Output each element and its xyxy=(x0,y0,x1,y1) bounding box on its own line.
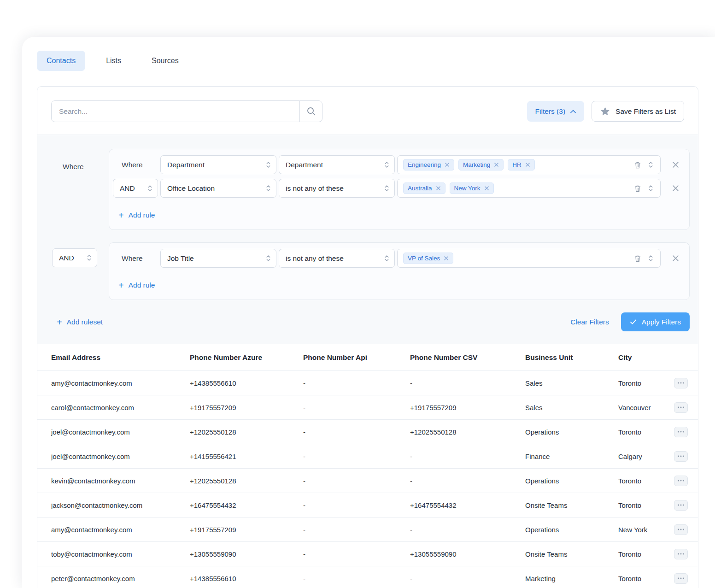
filter-rule: WhereDepartmentDepartmentEngineeringMark… xyxy=(113,155,684,174)
cell-phone-csv: - xyxy=(410,379,525,387)
rule-field-select[interactable]: Department xyxy=(160,155,276,174)
row-actions-button[interactable] xyxy=(674,524,688,535)
column-header-business-unit: Business Unit xyxy=(525,353,618,362)
delete-rule-values-button[interactable] xyxy=(633,253,643,264)
cell-phone-api: - xyxy=(303,550,410,558)
row-actions-button[interactable] xyxy=(674,549,688,559)
rule-connector-label: Where xyxy=(113,254,158,263)
reorder-rule-button[interactable] xyxy=(647,159,655,170)
cell-actions xyxy=(667,451,688,462)
remove-value-icon[interactable] xyxy=(494,162,499,167)
remove-value-icon[interactable] xyxy=(525,162,530,167)
tab-contacts[interactable]: Contacts xyxy=(37,51,85,71)
cell-business-unit: Operations xyxy=(525,526,618,534)
ellipsis-icon xyxy=(678,455,684,457)
close-icon xyxy=(672,254,680,262)
add-ruleset-button[interactable]: + Add ruleset xyxy=(57,318,103,327)
rule-values-field[interactable]: EngineeringMarketingHR xyxy=(397,155,661,174)
select-chevrons-icon xyxy=(384,254,389,262)
reorder-rule-button[interactable] xyxy=(647,253,655,264)
reorder-rule-button[interactable] xyxy=(647,183,655,194)
select-chevrons-icon xyxy=(384,184,389,192)
tab-bar: ContactsListsSources xyxy=(37,51,698,71)
add-rule-button[interactable]: +Add rule xyxy=(118,211,155,220)
row-actions-button[interactable] xyxy=(674,476,688,486)
remove-rule-button[interactable] xyxy=(667,180,684,197)
cell-city: New York xyxy=(618,526,667,534)
plus-icon: + xyxy=(57,318,62,327)
remove-rule-button[interactable] xyxy=(667,250,684,267)
rule-operator-select[interactable]: is not any of these xyxy=(279,249,395,268)
ellipsis-icon xyxy=(678,382,684,384)
row-actions-button[interactable] xyxy=(674,573,688,584)
cell-city: Calgary xyxy=(618,453,667,460)
check-icon xyxy=(630,319,637,325)
apply-filters-label: Apply Filters xyxy=(642,318,681,326)
cell-city: Toronto xyxy=(618,428,667,436)
row-actions-button[interactable] xyxy=(674,451,688,462)
row-actions-button[interactable] xyxy=(674,402,688,413)
remove-value-icon[interactable] xyxy=(484,186,489,191)
search-input[interactable] xyxy=(51,100,300,122)
tab-lists[interactable]: Lists xyxy=(96,51,131,71)
ruleset-connector-label: Where xyxy=(51,149,109,171)
filter-value-label: Marketing xyxy=(463,161,490,168)
apply-filters-button[interactable]: Apply Filters xyxy=(621,312,690,331)
cell-phone-csv: - xyxy=(410,477,525,485)
table-row: joel@contactmonkey.com+14155556421--Fina… xyxy=(37,444,698,468)
rule-field-select[interactable]: Job Title xyxy=(160,249,276,268)
cell-actions xyxy=(667,500,688,511)
table-row: joel@contactmonkey.com+12025550128-+1202… xyxy=(37,419,698,444)
rule-field-select[interactable]: Office Location xyxy=(160,179,276,198)
remove-rule-button[interactable] xyxy=(667,157,684,173)
close-icon xyxy=(672,161,680,169)
search-icon xyxy=(306,106,316,116)
toolbar-actions: Filters (3) Save Filters as List xyxy=(527,101,684,122)
remove-value-icon[interactable] xyxy=(444,256,449,261)
select-chevrons-icon xyxy=(87,254,92,262)
rule-field-select-value: Job Title xyxy=(167,254,194,263)
delete-rule-values-button[interactable] xyxy=(633,159,643,171)
cell-email: jackson@contactmonkey.com xyxy=(51,501,190,509)
filter-value-tag: HR xyxy=(508,159,535,171)
ruleset: WhereWhereDepartmentDepartmentEngineerin… xyxy=(51,149,690,230)
row-actions-button[interactable] xyxy=(674,500,688,511)
filter-value-label: New York xyxy=(454,185,481,192)
clear-filters-button[interactable]: Clear Filters xyxy=(570,318,609,326)
search-bar xyxy=(51,100,322,122)
rule-values-field[interactable]: VP of Sales xyxy=(397,249,661,268)
cell-phone-api: - xyxy=(303,428,410,436)
contacts-panel: Filters (3) Save Filters as List WhereWh… xyxy=(37,86,698,588)
ruleset: ANDWhereJob Titleis not any of theseVP o… xyxy=(51,242,690,300)
cell-phone-azure: +12025550128 xyxy=(190,477,303,485)
remove-value-icon[interactable] xyxy=(436,186,441,191)
rule-operator-select[interactable]: Department xyxy=(279,155,395,174)
search-button[interactable] xyxy=(299,100,322,122)
table-body: amy@contactmonkey.com+14385556610--Sales… xyxy=(37,370,698,588)
tab-sources[interactable]: Sources xyxy=(142,51,188,71)
ruleset-connector: AND xyxy=(51,242,109,300)
rule-connector-select[interactable]: AND xyxy=(113,179,158,198)
rule-operator-select[interactable]: is not any of these xyxy=(279,179,395,198)
add-rule-button[interactable]: +Add rule xyxy=(118,281,155,290)
row-actions-button[interactable] xyxy=(674,378,688,388)
cell-city: Toronto xyxy=(618,477,667,485)
save-filters-as-list-button[interactable]: Save Filters as List xyxy=(592,101,684,122)
rule-field-select-value: Office Location xyxy=(167,184,215,193)
remove-value-icon[interactable] xyxy=(445,162,450,167)
row-actions-button[interactable] xyxy=(674,427,688,437)
cell-phone-api: - xyxy=(303,575,410,582)
table-row: jackson@contactmonkey.com+16475554432-+1… xyxy=(37,493,698,517)
delete-rule-values-button[interactable] xyxy=(633,183,643,194)
cell-phone-azure: +19175557209 xyxy=(190,404,303,412)
cell-business-unit: Onsite Teams xyxy=(525,550,618,558)
select-chevrons-icon xyxy=(266,184,271,192)
cell-email: toby@contactmonkey.com xyxy=(51,550,190,558)
filters-toggle-button[interactable]: Filters (3) xyxy=(527,101,584,122)
cell-phone-api: - xyxy=(303,526,410,534)
contacts-card: ContactsListsSources Filters (3) xyxy=(22,37,715,588)
filter-value-label: Engineering xyxy=(408,161,441,168)
rule-values-field[interactable]: AustraliaNew York xyxy=(397,179,661,198)
ellipsis-icon xyxy=(678,431,684,433)
ruleset-connector-select[interactable]: AND xyxy=(52,248,97,267)
